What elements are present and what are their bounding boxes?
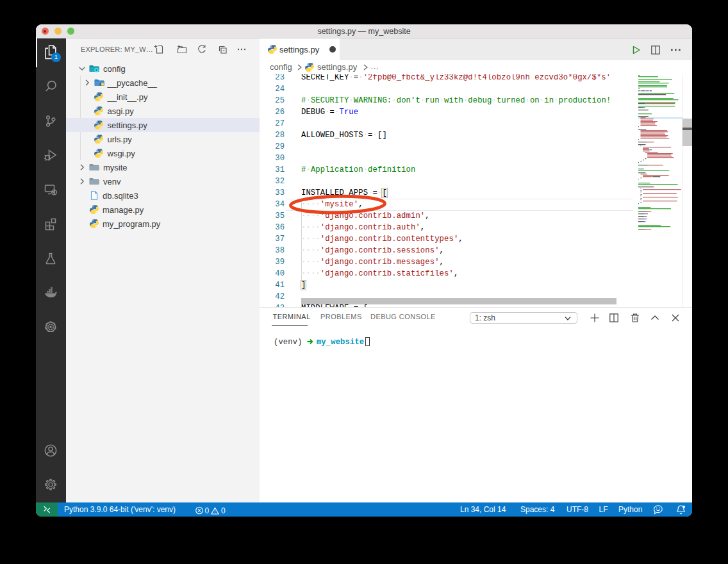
svg-text:0: 0	[205, 506, 210, 515]
svg-text:0: 0	[221, 506, 226, 515]
